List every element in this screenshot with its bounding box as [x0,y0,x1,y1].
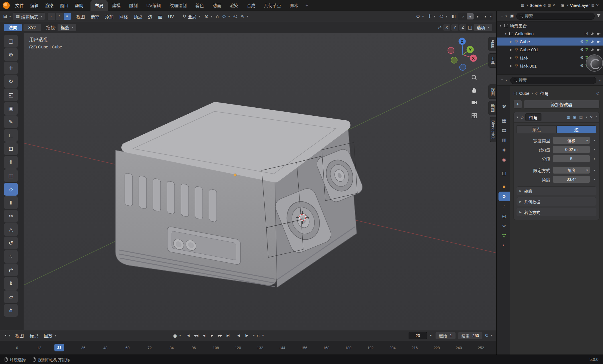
remove-view-layer-icon[interactable]: ✕ [596,3,599,7]
add-modifier-button[interactable]: 添加修改器 [524,100,600,109]
properties-search[interactable] [510,77,597,84]
timeline-editor-type-button[interactable]: ◔ ▾ [2,332,12,339]
modifier-indicator-icon[interactable]: ⚒ [580,48,584,52]
filter-icon[interactable] [596,14,601,18]
outliner-row-collection[interactable]: ▼ Collection ☑ [497,29,603,38]
outliner-row-scene-collection[interactable]: ▼ 场景集合 [497,21,603,29]
add-modifier-plus-button[interactable]: + [513,100,522,109]
preview-range-toggle[interactable]: ◔ [427,332,433,339]
tab-output[interactable]: ▤ [498,125,510,135]
segments-field[interactable]: 5 [553,155,590,162]
display-realtime-toggle[interactable]: ▣ [572,115,577,119]
animate-dot[interactable]: • [592,138,596,143]
eye-icon[interactable] [590,48,594,52]
prev-keyframe-button[interactable]: ◀◀ [192,332,200,339]
expand-icon[interactable]: ▼ [499,24,502,27]
view-layer-selector[interactable]: ▣ ▾ ViewLayer ⊞ ✕ [561,3,599,8]
animate-dot[interactable]: • [592,168,596,173]
camera-icon[interactable] [596,40,601,44]
add-workspace-button[interactable]: + [303,3,311,8]
tool-knife[interactable]: ✂ [4,210,18,223]
animate-dot[interactable]: • [592,156,596,161]
eye-icon[interactable] [590,32,594,36]
expand-icon[interactable]: ▶ [510,56,513,59]
tab-object[interactable]: ■ [498,182,510,192]
workspace-tab[interactable]: 合成 [243,0,260,11]
tool-transform[interactable]: ▣ [4,102,18,115]
modifier-indicator-icon[interactable]: ⚒ [580,56,584,60]
orientation-xyz-button[interactable]: XYZ [23,24,41,31]
outliner-search[interactable] [516,13,595,20]
breadcrumb-object[interactable]: Cube [519,91,529,96]
tool-scale[interactable]: ◱ [4,88,18,101]
tool-move[interactable]: ✛ [4,62,18,74]
tool-edge-slide[interactable]: ⇄ [4,263,18,276]
tool-shrink-fatten[interactable]: ⇕ [4,277,18,290]
frame-start-field[interactable]: 起始 1 [435,332,456,339]
modifier-name-field[interactable]: 倒角 [525,113,541,121]
tool-smooth[interactable]: ≈ [4,250,18,263]
workspace-tab[interactable]: 几何节点 [260,0,285,11]
proportional-editing-toggle[interactable]: ◎ [232,13,239,19]
show-overlays-dropdown[interactable]: ◎ ▾ [438,13,449,19]
play-button[interactable]: ▶ [208,332,216,339]
step-back-button[interactable]: ◀| [235,332,243,339]
tab-material[interactable]: ◐ [498,240,510,250]
tab-world[interactable]: ◉ [498,154,510,164]
sidebar-tab[interactable]: 动画 [488,101,496,115]
viewport-menu-item[interactable]: 视图 [74,11,88,22]
display-editmode-toggle[interactable]: ▦ [566,115,570,119]
show-gizmo-dropdown[interactable]: ✛ ▾ [426,13,437,19]
affect-tab[interactable]: 顶点 [517,125,557,133]
tab-constraints[interactable]: ∞ [498,221,510,231]
outliner-row-cube[interactable]: ▶ ▽ Cube ⚒ ▽ [497,38,603,46]
modifier-subpanel[interactable]: ▶ 几何数据 [517,197,596,206]
sync-dropdown[interactable]: ↻ ▾ [483,332,494,339]
workspace-tab[interactable]: 雕刻 [125,0,142,11]
tool-loop-cut[interactable]: ‖ [4,196,18,209]
expand-icon[interactable]: ▶ [510,40,513,43]
snap-toggle[interactable]: ∩ [214,13,220,19]
tab-physics[interactable]: ◎ [498,211,510,221]
jump-to-end-button[interactable]: ▶| [224,332,232,339]
camera-icon[interactable] [596,48,601,52]
snap-settings-dropdown[interactable]: ◇ ▾ [221,13,231,19]
tool-rip-region[interactable]: ⋔ [4,304,18,317]
modifier-indicator-icon[interactable]: ⚒ [580,64,584,68]
tool-add-cube[interactable]: ⊞ [4,142,18,155]
viewport-menu-item[interactable]: 网格 [117,11,131,22]
animate-dot[interactable]: • [592,147,596,152]
shading-rendered-button[interactable]: ◑ [482,13,488,19]
expand-icon[interactable]: ▶ [510,48,513,51]
menubar-item[interactable]: 编辑 [27,0,42,11]
outliner-row-cube-001[interactable]: ▶ ▽ Cube.001 ⚒ ▽ [497,46,603,54]
tab-scene[interactable]: ◈ [498,145,510,154]
playhead-marker[interactable]: 23 [54,344,64,351]
tab-particles[interactable]: ∴ [498,201,510,211]
tab-render[interactable]: ▦ [498,115,510,125]
xray-toggle[interactable]: ◧ [450,13,457,19]
workspace-tab[interactable]: 动画 [208,0,225,11]
drag-handle-icon[interactable]: ∷ [595,115,597,119]
sidebar-tab[interactable]: 条目 [488,37,496,51]
workspace-tab[interactable]: 建模 [108,0,125,11]
scene-selector[interactable]: ▦ ▾ Scene ⊙ ⊞ ✕ [521,3,555,8]
current-frame-field[interactable]: 23 [409,332,427,339]
camera-icon[interactable] [596,32,601,36]
close-icon[interactable]: ✕ [590,115,593,119]
sidebar-tab[interactable]: 工具 [488,53,496,68]
axis-x-negative-ball[interactable] [448,47,454,54]
new-view-layer-icon[interactable]: ⊞ [591,3,594,7]
new-scene-icon[interactable]: ⊞ [548,3,551,7]
workspace-tab[interactable]: 布局 [90,0,108,11]
modifier-indicator-icon[interactable]: ⚒ [580,40,584,44]
tool-select-box[interactable]: ▢ [4,35,18,48]
angle-field[interactable]: 33.4° [553,176,590,183]
auto-keying-toggle[interactable]: ◉ ▾ [172,332,182,339]
tool-poly-build[interactable]: △ [4,223,18,236]
tab-view-layer[interactable]: ▥ [498,135,510,145]
blender-logo-icon[interactable] [3,2,10,9]
pin-icon[interactable]: ⊙ [596,91,600,95]
shading-solid-button[interactable]: ● [467,13,474,19]
workspace-tab[interactable]: 渲染 [225,0,243,11]
